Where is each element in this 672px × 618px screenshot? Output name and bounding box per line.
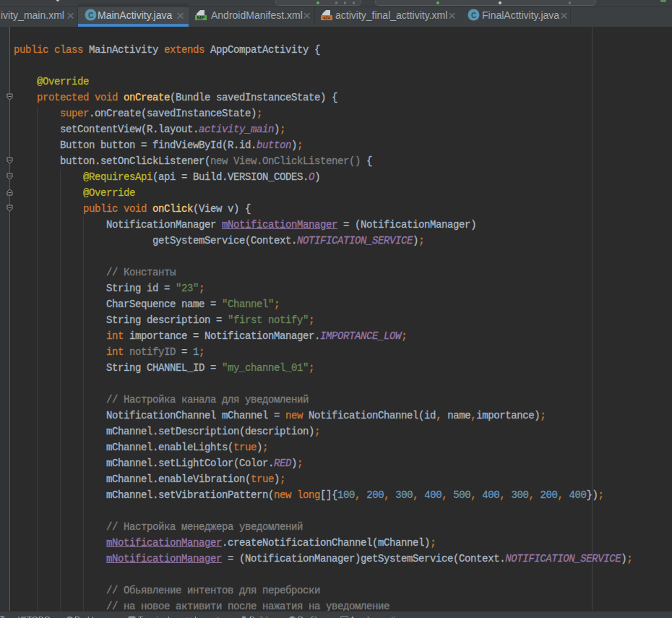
svg-text:C: C (88, 12, 93, 20)
svg-text:</>: </> (323, 15, 330, 20)
svg-text:MF: MF (197, 14, 205, 21)
svg-text:C: C (471, 12, 476, 20)
